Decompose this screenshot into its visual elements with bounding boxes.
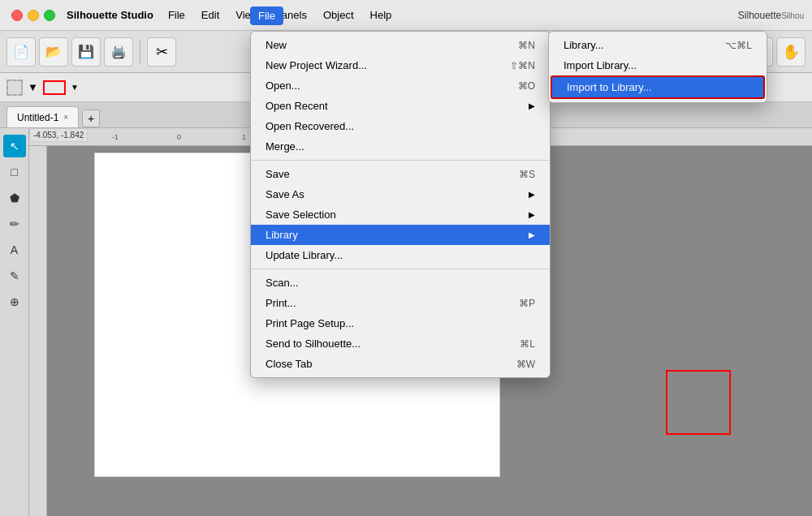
menu-save[interactable]: Save ⌘S [251, 164, 550, 184]
menu-save-as[interactable]: Save As ▶ [251, 184, 550, 204]
separator-1 [251, 160, 550, 161]
menu-save-selection[interactable]: Save Selection ▶ [251, 204, 550, 225]
menu-new-project-wizard[interactable]: New Project Wizard... ⇧⌘N [251, 55, 550, 75]
menu-library[interactable]: Library ▶ [251, 225, 550, 245]
dropdown-overlay: New ⌘N New Project Wizard... ⇧⌘N Open...… [0, 0, 812, 516]
submenu-import-library[interactable]: Import Library... [549, 55, 767, 75]
menu-open-recent[interactable]: Open Recent ▶ [251, 96, 550, 116]
file-menu-header[interactable]: File [250, 6, 283, 25]
submenu-library[interactable]: Library... ⌥⌘L [549, 35, 767, 55]
menu-open-recovered[interactable]: Open Recovered... [251, 116, 550, 136]
menu-new[interactable]: New ⌘N [251, 35, 550, 55]
file-menu: New ⌘N New Project Wizard... ⇧⌘N Open...… [250, 31, 551, 378]
menu-print[interactable]: Print... ⌘P [251, 293, 550, 313]
menu-print-page-setup[interactable]: Print Page Setup... [251, 313, 550, 333]
menu-open[interactable]: Open... ⌘O [251, 75, 550, 96]
menu-scan[interactable]: Scan... [251, 273, 550, 293]
submenu-import-to-library[interactable]: Import to Library... [551, 75, 765, 99]
separator-2 [251, 269, 550, 269]
menu-merge[interactable]: Merge... [251, 136, 550, 157]
menu-send-to-silhouette[interactable]: Send to Silhouette... ⌘L [251, 333, 550, 354]
library-submenu: Library... ⌥⌘L Import Library... Import … [548, 31, 767, 103]
menu-close-tab[interactable]: Close Tab ⌘W [251, 354, 550, 374]
menu-update-library[interactable]: Update Library... [251, 245, 550, 265]
